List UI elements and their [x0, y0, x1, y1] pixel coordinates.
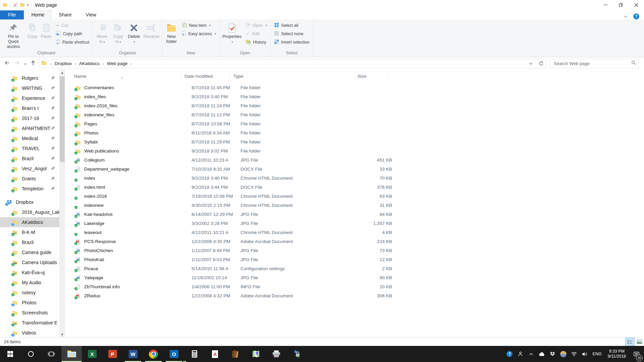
file-row-yalepage[interactable]: Yalepage11/19/2002 10:14JPG File90 KB [67, 273, 644, 282]
invert-selection-button[interactable]: Invert selection [272, 38, 312, 46]
up-icon[interactable] [31, 60, 36, 67]
sidebar-item-dropbox[interactable]: Dropbox [0, 197, 59, 207]
taskbar-outlook-button[interactable]: O [164, 346, 184, 362]
taskbar-maps-button[interactable] [246, 346, 266, 362]
restore-button[interactable] [613, 0, 629, 10]
sidebar-item-writing[interactable]: WRITING [0, 83, 59, 93]
clock[interactable]: 9:33 PM 9/11/2018 [605, 349, 629, 359]
file-row-syllabi[interactable]: Syllabi8/7/2018 11:29 PMFile folder [67, 137, 644, 146]
sidebar-item-brain-s-i[interactable]: Brain's I [0, 103, 59, 113]
taskbar-calculator-button[interactable] [184, 346, 205, 362]
sidebar-item-brazil[interactable]: Brazil [0, 154, 59, 164]
address-dropdown-icon[interactable] [525, 60, 536, 68]
volume-icon[interactable] [580, 347, 589, 361]
sidebar-item-photos[interactable]: Photos [0, 298, 59, 308]
file-row-index-2016[interactable]: index-20167/19/2016 10:56 PMChrome HTML … [67, 192, 644, 201]
search-box[interactable] [550, 59, 639, 68]
dropbox-tray-icon[interactable] [548, 347, 557, 361]
select-all-button[interactable]: Select all [272, 21, 312, 29]
breadcrumb-akatidocs[interactable]: AKatidocs [79, 61, 100, 66]
file-row-kati-headshot[interactable]: Kati-headshot6/14/2007 12:29 PMJPG File8… [67, 210, 644, 219]
sidebar-item-notesy[interactable]: notesy [0, 288, 59, 298]
file-row-department-webpage[interactable]: Department_webpage7/10/2018 8:32 AMDOCX … [67, 165, 644, 174]
sidebar-item-screenshots[interactable]: Screenshots [0, 308, 59, 318]
taskbar-task-view-button[interactable] [41, 346, 61, 362]
user-avatar[interactable] [559, 347, 568, 361]
scroll-down-icon[interactable]: ▼ [59, 331, 65, 337]
history-button[interactable]: History [243, 38, 269, 46]
file-row-commentaries[interactable]: Commentaries8/7/2018 11:45 PMFile folder [67, 83, 644, 92]
paste-button[interactable]: Paste [39, 20, 53, 50]
file-row-index-2016-files[interactable]: index-2016_files8/7/2018 11:24 PMFile fo… [67, 101, 644, 110]
open-button[interactable]: Open▾ [243, 21, 269, 29]
tab-view[interactable]: View [79, 10, 103, 19]
sidebar-item-akatidocs[interactable]: AKatidocs [0, 217, 59, 227]
file-row-leaveout[interactable]: leaveout4/12/2011 10:21 AChrome HTML Doc… [67, 228, 644, 237]
copy-path-button[interactable]: Copy path [53, 29, 92, 38]
pin-to-quick-access-button[interactable]: Pin to Quick access [1, 20, 26, 50]
tab-home[interactable]: Home [24, 10, 52, 19]
taskbar-acrobat-button[interactable]: A [205, 346, 225, 362]
wifi-icon[interactable] [570, 347, 579, 361]
sidebar-item-camera-uploads[interactable]: Camera Uploads [0, 257, 59, 267]
scrollbar-thumb[interactable] [60, 76, 65, 162]
forward-icon[interactable] [14, 60, 20, 67]
sidebar-item-apartment[interactable]: APARTMENT [0, 123, 59, 133]
sidebar-item-kati-va-uj[interactable]: Kati-Éva-uj [0, 267, 59, 278]
sidebar-item-grants[interactable]: Grants [0, 174, 59, 184]
search-icon[interactable] [631, 60, 636, 67]
file-row-index-html[interactable]: index.html9/2/2018 3:44 PMDOCX File376 K… [67, 183, 644, 192]
easy-access-button[interactable]: Easy access▾ [179, 29, 218, 38]
thumbnail-view-button[interactable] [635, 338, 644, 346]
taskbar-excel-button[interactable]: X [82, 346, 102, 362]
taskbar-word-button[interactable]: W [123, 346, 143, 362]
scroll-up-icon[interactable]: ▲ [59, 70, 65, 75]
file-row-lakeridge[interactable]: Lakeridge3/3/2002 3:28 PMJPG File1,357 K… [67, 219, 644, 228]
search-input[interactable] [553, 61, 631, 66]
taskbar-calibre-button[interactable] [225, 346, 246, 362]
breadcrumb-dropbox[interactable]: Dropbox [55, 61, 72, 66]
sidebar-item-transformative-e[interactable]: Transformative E [0, 318, 59, 328]
sidebar-item-experience[interactable]: Experience [0, 93, 59, 103]
file-row-web-publications[interactable]: Web publications9/2/2018 3:02 PMFile fol… [67, 146, 644, 156]
sidebar-item-videos[interactable]: Videos [0, 328, 59, 337]
cut-button[interactable]: ✂Cut [53, 21, 92, 29]
sidebar-item-camera-guide[interactable]: Camera guide [0, 247, 59, 257]
people-icon[interactable] [516, 347, 525, 361]
help-icon[interactable]: ? [633, 13, 639, 19]
delete-button[interactable]: Delete▾ [126, 20, 142, 50]
tray-help-icon[interactable]: ? [505, 347, 514, 361]
file-row-pcs-response[interactable]: PCS-Response12/2/2008 4:30 PMAdobe Acrob… [67, 237, 644, 246]
sidebar-item-my-audio[interactable]: My Audio [0, 278, 59, 288]
minimize-button[interactable] [598, 0, 613, 10]
taskbar-cortana-button[interactable] [20, 346, 41, 362]
file-row-zbthumbnail-info[interactable]: ZbThumbnail.info1/4/2006 11:00 PMINFO Fi… [67, 282, 644, 291]
tab-file[interactable]: File [0, 10, 24, 19]
copy-to-button[interactable]: Copy to▾ [110, 20, 126, 50]
sidebar-item-templeton[interactable]: Templeton [0, 184, 59, 194]
sidebar-item-travel[interactable]: TRAVEL [0, 143, 59, 154]
column-header-size[interactable]: Size [355, 72, 388, 81]
move-to-button[interactable]: Move to▾ [94, 20, 110, 50]
sidebar-scrollbar[interactable]: ▲ ▼ [59, 70, 65, 337]
recent-locations-icon[interactable] [23, 61, 27, 67]
file-row-photokati[interactable]: PhotoKati1/11/2007 8:03 PMJPG File12 KB [67, 255, 644, 264]
file-row-collegium[interactable]: Collegium4/12/2011 10:23 AJPG File451 KB [67, 156, 644, 165]
address-bar[interactable]: › Dropbox › AKatidocs › Web page › [39, 59, 546, 68]
action-center-icon[interactable]: 20 [630, 347, 642, 361]
collapse-ribbon-icon[interactable] [624, 13, 628, 19]
column-header-date-modified[interactable]: Date modified [181, 72, 230, 81]
taskbar-chrome-button[interactable] [143, 346, 164, 362]
back-icon[interactable] [4, 60, 10, 67]
column-header-name[interactable]: ∧Name [67, 72, 181, 81]
select-none-button[interactable]: Select none [272, 29, 312, 38]
file-row-pages[interactable]: Pages8/7/2018 10:58 PMFile folder [67, 119, 644, 128]
qat-customize-icon[interactable]: ▾ [27, 3, 29, 7]
taskbar-file-explorer-button[interactable] [61, 346, 82, 362]
taskbar-start-button[interactable] [0, 346, 20, 362]
tab-share[interactable]: Share [52, 10, 79, 19]
paste-shortcut-button[interactable]: Paste shortcut [53, 38, 92, 46]
breadcrumb-web-page[interactable]: Web page [107, 61, 128, 66]
refresh-icon[interactable] [536, 60, 546, 68]
sidebar-item-vesz-angol[interactable]: Vesz_Angol [0, 164, 59, 174]
